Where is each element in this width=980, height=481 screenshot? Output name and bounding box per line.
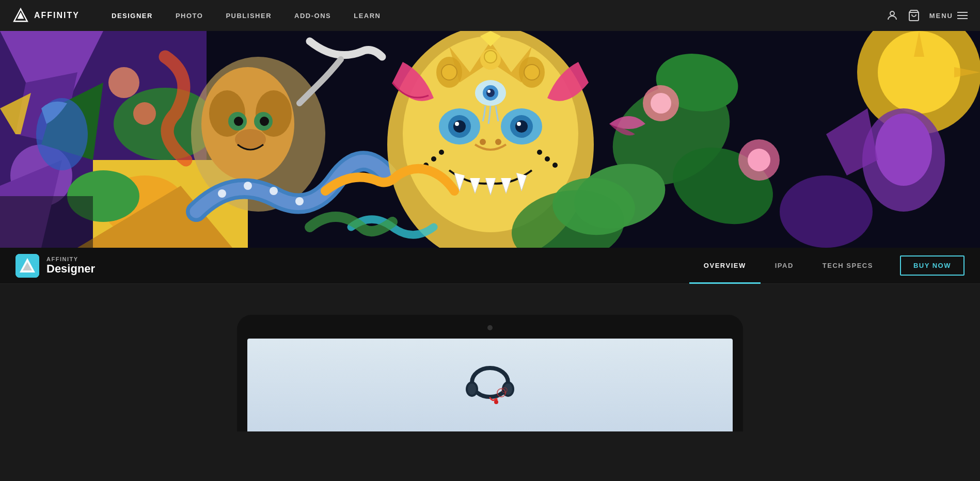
hamburger-icon: [957, 12, 968, 19]
svg-point-88: [468, 383, 476, 395]
svg-point-23: [260, 117, 269, 126]
brand-logo[interactable]: AFFINITY: [12, 7, 80, 24]
menu-button[interactable]: MENU: [929, 12, 968, 20]
screen-content: [449, 354, 531, 416]
hero-banner: [0, 31, 980, 248]
svg-point-22: [234, 117, 243, 126]
cart-icon[interactable]: [908, 9, 920, 22]
svg-point-56: [537, 150, 542, 155]
nav-right-controls: MENU: [886, 9, 968, 22]
product-logo: AFFINITY Designer: [15, 254, 95, 278]
nav-link-designer[interactable]: DESIGNER: [100, 0, 164, 31]
device-frame: [237, 315, 743, 431]
svg-point-49: [455, 122, 459, 126]
device-screen: [247, 339, 733, 431]
svg-point-52: [495, 139, 501, 145]
svg-point-41: [486, 89, 495, 97]
svg-point-47: [453, 120, 466, 133]
svg-point-64: [651, 93, 671, 114]
product-tabs: OVERVIEW IPAD TECH SPECS BUY NOW: [689, 248, 965, 284]
nav-link-addons[interactable]: ADD-ONS: [283, 0, 342, 31]
svg-rect-81: [0, 196, 93, 248]
product-name-block: AFFINITY Designer: [46, 256, 95, 276]
product-logo-icon: [15, 254, 39, 278]
product-affinity-label: AFFINITY: [46, 256, 95, 262]
menu-label: MENU: [929, 12, 953, 20]
svg-point-79: [780, 175, 873, 248]
account-icon[interactable]: [886, 9, 898, 22]
svg-point-51: [480, 139, 486, 145]
headphone-illustration: [459, 364, 521, 406]
product-designer-label: Designer: [46, 262, 95, 276]
nav-links: DESIGNER PHOTO PUBLISHER ADD-ONS LEARN: [100, 0, 886, 31]
svg-point-75: [108, 67, 139, 98]
svg-point-38: [484, 51, 497, 63]
main-content: [0, 284, 980, 439]
tab-ipad[interactable]: IPAD: [761, 248, 808, 284]
brand-name: AFFINITY: [34, 11, 80, 20]
hero-illustration: [0, 31, 980, 248]
svg-point-57: [545, 156, 550, 162]
svg-point-76: [133, 102, 156, 125]
nav-link-photo[interactable]: PHOTO: [164, 0, 215, 31]
buy-now-button[interactable]: BUY NOW: [900, 255, 965, 276]
svg-point-37: [524, 65, 540, 80]
svg-point-27: [270, 187, 278, 195]
hero-artwork: [0, 31, 980, 248]
svg-point-2: [890, 11, 894, 15]
nav-link-publisher[interactable]: PUBLISHER: [214, 0, 283, 31]
svg-point-28: [295, 197, 304, 205]
svg-point-48: [515, 120, 528, 133]
svg-point-91: [494, 400, 498, 404]
svg-point-42: [487, 90, 491, 93]
svg-point-72: [875, 114, 932, 186]
svg-point-53: [439, 150, 444, 155]
svg-point-25: [218, 189, 226, 198]
svg-point-54: [431, 156, 436, 162]
affinity-logo-icon: [12, 7, 29, 24]
svg-point-66: [748, 149, 770, 171]
top-navigation: AFFINITY DESIGNER PHOTO PUBLISHER ADD-ON…: [0, 0, 980, 31]
svg-point-50: [517, 122, 521, 126]
device-camera: [487, 325, 493, 330]
svg-point-58: [552, 163, 558, 168]
tab-tech-specs[interactable]: TECH SPECS: [808, 248, 888, 284]
product-bar: AFFINITY Designer OVERVIEW IPAD TECH SPE…: [0, 248, 980, 284]
nav-link-learn[interactable]: LEARN: [342, 0, 392, 31]
tab-overview[interactable]: OVERVIEW: [689, 248, 761, 284]
svg-point-26: [244, 182, 252, 190]
svg-point-36: [441, 65, 457, 80]
